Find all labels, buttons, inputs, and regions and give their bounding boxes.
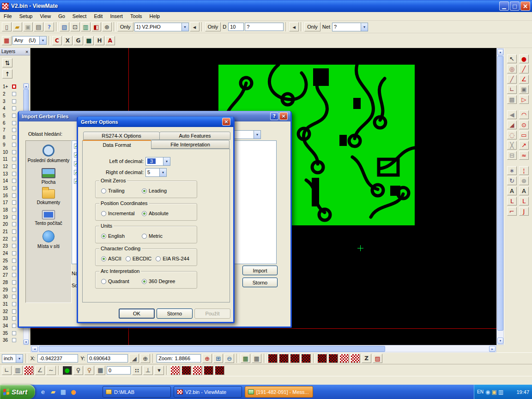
zoom-out-icon[interactable]: ⊖ <box>224 354 234 363</box>
close-icon[interactable]: × <box>25 49 29 54</box>
layer-color-box[interactable] <box>12 164 16 169</box>
chevron-down-icon[interactable]: ▾ <box>163 157 170 165</box>
layer-color-box[interactable] <box>12 106 16 110</box>
x-input[interactable]: -0.942237 <box>37 354 78 363</box>
cancel-button[interactable]: Storno <box>242 278 278 287</box>
scroll-thumb[interactable] <box>497 56 503 331</box>
firefox-quicklaunch-icon[interactable]: ● <box>69 388 78 396</box>
layer-color-box[interactable] <box>12 92 16 96</box>
net-prev-button[interactable]: ◂ <box>289 22 299 31</box>
chevron-down-icon[interactable]: ▾ <box>361 23 368 31</box>
scroll-right-icon[interactable]: ▸ <box>489 346 496 352</box>
overlay-icon[interactable]: ▥ <box>13 366 23 375</box>
layer-color-box[interactable] <box>12 244 16 248</box>
messenger-tray-icon[interactable]: ◉ <box>485 389 490 395</box>
radio-trailing[interactable]: Trailing <box>101 188 142 193</box>
line-entry-icon[interactable]: ╱ <box>507 75 517 84</box>
layer-color-box[interactable] <box>12 193 16 198</box>
frame-select-icon[interactable]: ▧ <box>60 22 69 31</box>
menu-setup[interactable]: Setup <box>16 12 36 20</box>
dither-icon[interactable]: ▨ <box>373 354 382 363</box>
layer-row-35[interactable]: 35 <box>1 329 23 337</box>
layer-up-button[interactable]: ↑ <box>2 69 12 79</box>
draw-polyline-icon[interactable]: ∠ <box>519 75 529 84</box>
draw-filled-rect-icon[interactable]: ▣ <box>519 85 529 94</box>
radio-ascii[interactable]: ASCII <box>101 256 121 261</box>
place-item-posledn-dokumenty[interactable]: Poslední dokumenty <box>27 145 70 163</box>
poly-entry-icon[interactable]: ∟ <box>507 85 517 94</box>
radio-quadrant[interactable]: Quadrant <box>101 278 142 284</box>
restore-button[interactable]: □ <box>510 1 520 11</box>
radio-leading[interactable]: Leading <box>142 188 167 193</box>
layer-pattern-icon[interactable] <box>290 354 300 363</box>
close-button[interactable]: × <box>279 112 288 120</box>
look-in-combo[interactable]: ▾ <box>234 130 261 139</box>
mirror-tool-icon[interactable]: ◀ <box>507 110 517 119</box>
close-button[interactable]: × <box>520 1 530 11</box>
aperture-a-icon[interactable]: A <box>105 36 115 45</box>
layer-color-box[interactable] <box>12 331 16 335</box>
tab-rs274-x-options[interactable]: RS274-X Options <box>83 132 160 140</box>
circle-tool-icon[interactable]: ◌ <box>507 131 517 139</box>
aperture-h-icon[interactable]: H <box>95 36 104 45</box>
menu-edit[interactable]: Edit <box>90 12 106 20</box>
ie-quicklaunch-icon[interactable]: e <box>39 388 47 396</box>
radio-english[interactable]: English <box>101 233 142 239</box>
horizontal-scrollbar[interactable]: ◂ ▸ <box>30 345 496 352</box>
letter-l-icon[interactable]: L <box>519 197 529 206</box>
layer-color-box[interactable] <box>12 295 16 299</box>
aperture-x-icon[interactable]: X <box>63 36 73 45</box>
fill-pattern-icon[interactable] <box>204 366 213 375</box>
fill-entry-icon[interactable]: ▩ <box>507 95 517 104</box>
status-light-icon[interactable]: ● <box>62 366 72 375</box>
pad-pattern-icon[interactable] <box>317 354 327 363</box>
layer-color-box[interactable] <box>12 135 16 139</box>
highlight-dcode-icon[interactable]: ⊡ <box>70 22 80 31</box>
layer-color-box[interactable] <box>12 237 16 241</box>
menu-select[interactable]: Select <box>69 12 91 20</box>
only-layer-button[interactable]: Only <box>117 22 133 31</box>
letter-j-icon[interactable]: J <box>519 207 529 216</box>
layer-prev-button[interactable]: ◂ <box>190 22 200 31</box>
draw-rect-icon[interactable]: ▭ <box>519 131 529 139</box>
swap-layers-icon[interactable]: ◧ <box>91 22 101 31</box>
menu-insert[interactable]: Insert <box>106 12 127 20</box>
fill-pattern-icon[interactable] <box>215 366 224 375</box>
zoom-in-icon[interactable]: ⊕ <box>202 354 212 363</box>
pad-pattern-icon[interactable] <box>351 354 360 363</box>
layer-updown-button[interactable]: ⇅ <box>2 58 12 67</box>
scroll-up-icon[interactable]: ▴ <box>497 49 503 55</box>
layer-color-box[interactable] <box>12 222 16 226</box>
radio-360-degree[interactable]: 360 Degree <box>142 278 175 284</box>
place-item-dokumenty[interactable]: Dokumenty <box>27 189 70 206</box>
units-combo[interactable]: inch▾ <box>2 354 23 363</box>
layer-color-box[interactable] <box>12 150 16 154</box>
close-button[interactable]: × <box>222 118 230 126</box>
layer-color-box[interactable] <box>12 251 16 255</box>
left-of-decimal-combo[interactable]: 3 ▾ <box>145 157 170 166</box>
measure-diagonal-icon[interactable]: ◢ <box>129 354 139 363</box>
layer-color-box[interactable] <box>12 157 16 161</box>
rotate-tool-icon[interactable]: ↻ <box>507 176 517 185</box>
layer-color-box[interactable] <box>12 259 16 263</box>
draw-circle-icon[interactable]: ⊙ <box>519 121 529 129</box>
save-icon[interactable]: ▣ <box>23 22 33 31</box>
zoom-window-icon[interactable]: ⊞ <box>213 354 223 363</box>
layer-color-box[interactable] <box>12 338 16 342</box>
chevron-down-icon[interactable]: ▾ <box>254 131 260 139</box>
ruler-icon[interactable]: ∟ <box>2 366 12 375</box>
layer-color-box[interactable] <box>12 179 16 183</box>
spin-tool-icon[interactable]: ∗ <box>507 166 517 175</box>
pad-pattern-icon[interactable] <box>328 354 338 363</box>
right-of-decimal-combo[interactable]: 5 ▾ <box>145 168 167 177</box>
help-button[interactable]: ? <box>270 112 278 120</box>
new-file-icon[interactable]: ▯ <box>2 22 12 31</box>
layer-row-1[interactable]: 1+ <box>1 83 23 91</box>
draw-line-icon[interactable]: ╱ <box>519 65 529 73</box>
grid-settings-icon[interactable]: ▦ <box>96 366 105 375</box>
layer-color-box[interactable] <box>12 316 16 320</box>
layer-color-box[interactable] <box>12 273 16 277</box>
pad-pattern-icon[interactable] <box>339 354 349 363</box>
scroll-up-icon[interactable]: ▴ <box>24 84 29 89</box>
menu-file[interactable]: File <box>0 12 16 20</box>
